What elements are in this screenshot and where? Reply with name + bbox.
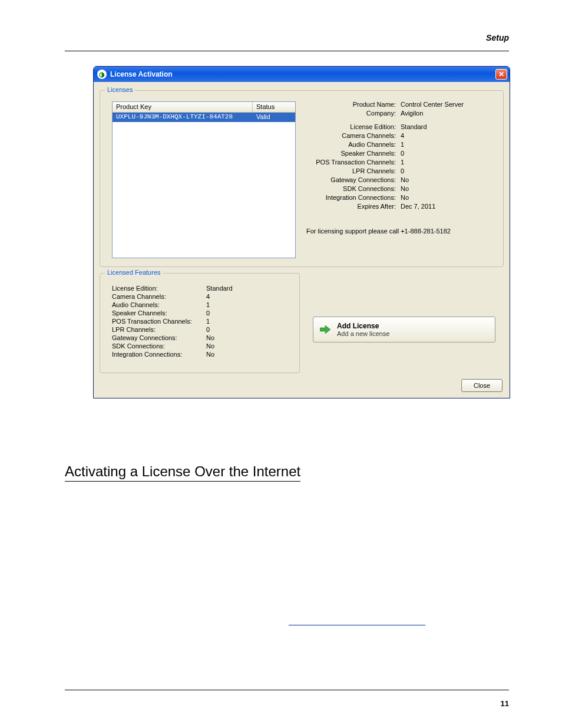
- app-icon: ◑: [97, 70, 107, 79]
- detail-row: Gateway Connections:No: [306, 176, 495, 185]
- feature-label: LPR Channels:: [112, 325, 206, 334]
- footer-rule: [65, 690, 509, 690]
- list-row[interactable]: UXPLU-9JN3M-DXHQX-LTYZI-84AT28 Valid: [113, 113, 295, 122]
- col-status[interactable]: Status: [253, 102, 295, 112]
- detail-row: Product Name:Control Center Server: [306, 100, 495, 109]
- add-license-subtitle: Add a new license: [337, 330, 389, 337]
- titlebar[interactable]: ◑ License Activation ✕: [94, 67, 510, 82]
- detail-row: SDK Connections:No: [306, 185, 495, 193]
- add-license-button[interactable]: Add License Add a new license: [313, 317, 495, 342]
- detail-row: Integration Connections:No: [306, 193, 495, 202]
- feature-value: No: [206, 350, 253, 358]
- detail-row: License Edition:Standard: [306, 123, 495, 131]
- dialog-body: Licenses Product Key Status UXPLU-9JN3M-…: [94, 82, 510, 398]
- feature-label: Audio Channels:: [112, 301, 206, 309]
- licensed-features-group: Licensed Features License Edition:Standa…: [100, 273, 300, 373]
- detail-value: Control Center Server: [401, 100, 495, 109]
- detail-value: 0: [401, 149, 495, 158]
- detail-row: Audio Channels:1: [306, 140, 495, 149]
- detail-row: LPR Channels:0: [306, 167, 495, 176]
- section-heading: Activating a License Over the Internet: [65, 463, 300, 482]
- features-table: License Edition:StandardCamera Channels:…: [112, 284, 253, 358]
- license-details: Product Name:Control Center ServerCompan…: [306, 100, 495, 235]
- cell-status: Valid: [253, 113, 295, 122]
- list-header: Product Key Status: [113, 102, 295, 113]
- feature-row: License Edition:Standard: [112, 284, 253, 292]
- detail-label: License Edition:: [306, 123, 401, 131]
- detail-value: 0: [401, 167, 495, 176]
- detail-label: Audio Channels:: [306, 140, 401, 149]
- link-underline: [289, 625, 425, 625]
- page: Setup ◑ License Activation ✕ Licenses Pr…: [0, 0, 562, 728]
- detail-row: Speaker Channels:0: [306, 149, 495, 158]
- detail-value: No: [401, 185, 495, 193]
- feature-label: Camera Channels:: [112, 292, 206, 301]
- feature-value: 0: [206, 309, 253, 317]
- close-button[interactable]: Close: [461, 379, 503, 392]
- feature-row: Speaker Channels:0: [112, 309, 253, 317]
- detail-row: Company:Avigilon: [306, 109, 495, 118]
- detail-value: No: [401, 176, 495, 185]
- licenses-group: Licenses Product Key Status UXPLU-9JN3M-…: [100, 90, 504, 267]
- feature-row: Camera Channels:4: [112, 292, 253, 301]
- feature-row: LPR Channels:0: [112, 325, 253, 334]
- page-header-label: Setup: [486, 33, 509, 42]
- feature-label: License Edition:: [112, 284, 206, 292]
- detail-row: Camera Channels:4: [306, 131, 495, 140]
- feature-value: No: [206, 334, 253, 342]
- add-license-title: Add License: [337, 322, 389, 330]
- feature-value: Standard: [206, 284, 253, 292]
- detail-value: Standard: [401, 123, 495, 131]
- feature-value: 0: [206, 325, 253, 334]
- col-product-key[interactable]: Product Key: [113, 102, 253, 112]
- arrow-right-icon: [319, 324, 331, 335]
- detail-row: Expires After:Dec 7, 2011: [306, 202, 495, 211]
- detail-value: No: [401, 193, 495, 202]
- detail-label: Speaker Channels:: [306, 149, 401, 158]
- detail-label: Company:: [306, 109, 401, 118]
- detail-label: Product Name:: [306, 100, 401, 109]
- features-legend: Licensed Features: [105, 269, 163, 276]
- support-note: For licensing support please call +1-888…: [306, 228, 495, 235]
- cell-product-key: UXPLU-9JN3M-DXHQX-LTYZI-84AT28: [113, 113, 253, 122]
- window-title: License Activation: [110, 70, 173, 78]
- detail-value: 1: [401, 140, 495, 149]
- product-key-list[interactable]: Product Key Status UXPLU-9JN3M-DXHQX-LTY…: [112, 101, 296, 258]
- page-number: 11: [501, 699, 509, 708]
- detail-value: Dec 7, 2011: [401, 202, 495, 211]
- detail-value: 1: [401, 158, 495, 167]
- detail-value: 4: [401, 131, 495, 140]
- feature-value: No: [206, 342, 253, 350]
- feature-value: 1: [206, 317, 253, 325]
- detail-label: Integration Connections:: [306, 193, 401, 202]
- detail-label: POS Transaction Channels:: [306, 158, 401, 167]
- feature-label: SDK Connections:: [112, 342, 206, 350]
- svg-marker-0: [320, 325, 330, 334]
- feature-row: Gateway Connections:No: [112, 334, 253, 342]
- detail-value: Avigilon: [401, 109, 495, 118]
- feature-value: 4: [206, 292, 253, 301]
- feature-row: SDK Connections:No: [112, 342, 253, 350]
- detail-label: Camera Channels:: [306, 131, 401, 140]
- detail-label: Expires After:: [306, 202, 401, 211]
- feature-label: Gateway Connections:: [112, 334, 206, 342]
- feature-row: POS Transaction Channels:1: [112, 317, 253, 325]
- feature-label: Speaker Channels:: [112, 309, 206, 317]
- header-rule: [65, 51, 509, 51]
- feature-row: Integration Connections:No: [112, 350, 253, 358]
- feature-label: Integration Connections:: [112, 350, 206, 358]
- licenses-legend: Licenses: [105, 86, 135, 93]
- detail-row: POS Transaction Channels:1: [306, 158, 495, 167]
- feature-row: Audio Channels:1: [112, 301, 253, 309]
- detail-label: LPR Channels:: [306, 167, 401, 176]
- feature-label: POS Transaction Channels:: [112, 317, 206, 325]
- feature-value: 1: [206, 301, 253, 309]
- detail-label: Gateway Connections:: [306, 176, 401, 185]
- license-activation-dialog: ◑ License Activation ✕ Licenses Product …: [93, 66, 510, 398]
- detail-label: SDK Connections:: [306, 185, 401, 193]
- close-icon[interactable]: ✕: [495, 69, 507, 80]
